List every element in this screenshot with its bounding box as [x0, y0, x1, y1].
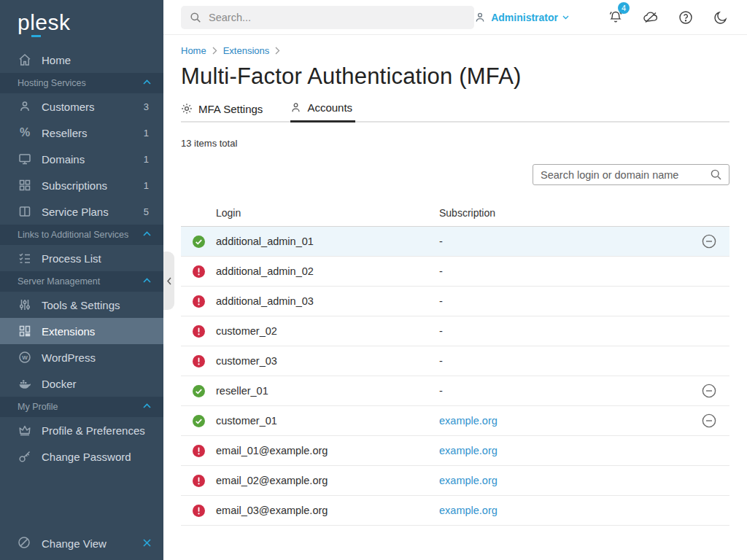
service-plans-icon	[18, 204, 32, 219]
status-warning-icon	[193, 505, 205, 517]
dark-mode-moon-icon[interactable]	[712, 9, 729, 26]
home-icon	[18, 52, 32, 67]
table-row[interactable]: customer_02 -	[181, 316, 729, 346]
sidebar-section-hosting-services[interactable]: Hosting Services	[0, 73, 163, 93]
subscription-link[interactable]: example.org	[439, 445, 498, 456]
change-view-icon	[18, 536, 32, 551]
breadcrumb-home-link[interactable]: Home	[181, 45, 206, 56]
sidebar-item-label: Home	[42, 54, 152, 66]
sidebar-nav: Home Hosting Services Customers 3 % Rese…	[0, 47, 163, 526]
wordpress-icon: W	[18, 350, 32, 365]
disable-mfa-button[interactable]	[702, 413, 716, 428]
table-filter-search[interactable]	[533, 164, 729, 185]
plesk-logo-text: plesk	[18, 10, 71, 34]
key-icon	[18, 449, 32, 464]
sidebar-item-process-list[interactable]: Process List	[0, 245, 163, 271]
plesk-logo-accent	[31, 35, 41, 37]
sidebar-item-domains[interactable]: Domains 1	[0, 146, 163, 172]
tab-label: Accounts	[307, 101, 352, 114]
sidebar-item-change-view[interactable]: Change View	[0, 526, 163, 560]
sidebar-item-resellers[interactable]: % Resellers 1	[0, 120, 163, 146]
subscription-value: -	[439, 295, 443, 307]
global-search-input[interactable]	[209, 12, 465, 23]
sidebar-item-count: 1	[144, 180, 152, 191]
sidebar-item-subscriptions[interactable]: Subscriptions 1	[0, 172, 163, 198]
chevron-up-icon	[143, 79, 152, 87]
filter-search-input[interactable]	[541, 169, 710, 181]
breadcrumb-extensions-link[interactable]: Extensions	[223, 45, 270, 56]
tools-settings-icon	[18, 298, 32, 312]
tab-accounts[interactable]: Accounts	[290, 101, 355, 122]
tab-label: MFA Settings	[198, 103, 263, 115]
crown-icon	[18, 423, 32, 438]
sidebar-item-label: Service Plans	[42, 206, 144, 218]
top-bar: Administrator 4	[163, 0, 747, 35]
disable-mfa-button[interactable]	[702, 384, 716, 398]
table-row[interactable]: email_03@example.org example.org	[181, 496, 729, 526]
sidebar-section-links-additional-services[interactable]: Links to Additional Services	[0, 225, 163, 245]
sidebar-section-label: My Profile	[18, 402, 143, 412]
cloud-icon[interactable]	[642, 9, 659, 26]
sidebar-item-label: Process List	[42, 252, 152, 265]
plesk-logo[interactable]: plesk	[0, 0, 163, 47]
sidebar-item-count: 1	[144, 128, 152, 139]
sidebar: plesk Home Hosting Services Custom	[0, 0, 163, 560]
search-icon	[190, 12, 201, 23]
table-row[interactable]: email_02@example.org example.org	[181, 466, 729, 496]
sidebar-item-customers[interactable]: Customers 3	[0, 93, 163, 120]
sidebar-item-tools-settings[interactable]: Tools & Settings	[0, 292, 163, 318]
user-menu[interactable]: Administrator	[474, 12, 569, 23]
status-warning-icon	[193, 445, 205, 457]
person-icon	[290, 102, 301, 113]
disable-mfa-button[interactable]	[702, 234, 716, 249]
sidebar-item-change-password[interactable]: Change Password	[0, 443, 163, 470]
subscription-link[interactable]: example.org	[439, 415, 498, 427]
accounts-table: Login Subscription additional_admin_01 -	[181, 199, 729, 526]
customers-icon	[18, 99, 32, 114]
user-icon	[474, 12, 486, 23]
sidebar-item-label: Extensions	[42, 325, 152, 338]
sidebar-item-label: Change Password	[42, 451, 152, 463]
topbar-right: Administrator 4	[474, 9, 729, 26]
resellers-icon: %	[18, 125, 32, 140]
sidebar-item-home[interactable]: Home	[0, 47, 163, 73]
sidebar-item-label: Subscriptions	[42, 179, 144, 192]
sidebar-item-extensions[interactable]: Extensions	[0, 318, 163, 344]
sidebar-section-my-profile[interactable]: My Profile	[0, 397, 163, 417]
sidebar-item-wordpress[interactable]: W WordPress	[0, 344, 163, 370]
sidebar-footer-label: Change View	[42, 537, 143, 550]
subscription-link[interactable]: example.org	[439, 475, 498, 486]
subscription-link[interactable]: example.org	[439, 505, 498, 516]
chevron-up-icon	[143, 403, 152, 411]
sidebar-item-label: Profile & Preferences	[42, 424, 152, 437]
tab-mfa-settings[interactable]: MFA Settings	[181, 101, 266, 122]
sidebar-item-count: 5	[144, 206, 152, 217]
sidebar-item-docker[interactable]: Docker	[0, 370, 163, 397]
sidebar-item-service-plans[interactable]: Service Plans 5	[0, 198, 163, 225]
filter-row	[181, 164, 729, 185]
close-icon[interactable]	[143, 539, 152, 548]
sidebar-section-server-management[interactable]: Server Management	[0, 271, 163, 292]
help-icon[interactable]	[677, 9, 694, 26]
table-row[interactable]: customer_01 example.org	[181, 406, 729, 436]
search-icon[interactable]	[710, 168, 722, 181]
sidebar-item-profile-preferences[interactable]: Profile & Preferences	[0, 417, 163, 443]
chevron-right-icon	[275, 47, 280, 55]
subscription-value: -	[439, 325, 443, 337]
account-login: customer_02	[216, 325, 439, 337]
chevron-up-icon	[143, 278, 152, 285]
global-search[interactable]	[181, 6, 474, 29]
table-row[interactable]: additional_admin_02 -	[181, 257, 729, 287]
table-row[interactable]: reseller_01 -	[181, 376, 729, 406]
chevron-right-icon	[212, 47, 217, 55]
status-warning-icon	[193, 265, 205, 278]
table-row[interactable]: additional_admin_03 -	[181, 287, 729, 316]
sidebar-item-label: Domains	[42, 153, 144, 166]
table-row[interactable]: email_01@example.org example.org	[181, 436, 729, 466]
sidebar-collapse-handle[interactable]	[163, 252, 174, 310]
status-ok-icon	[193, 415, 205, 427]
table-row[interactable]: customer_03 -	[181, 346, 729, 376]
notifications-bell-icon[interactable]: 4	[607, 9, 624, 26]
table-row[interactable]: additional_admin_01 -	[181, 227, 729, 257]
account-login: customer_01	[216, 415, 439, 427]
